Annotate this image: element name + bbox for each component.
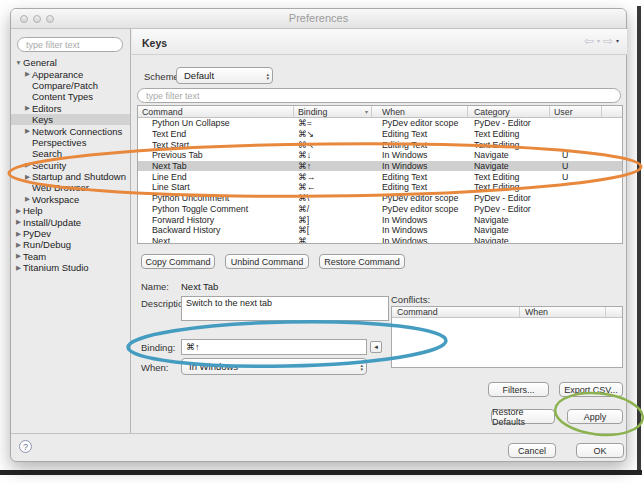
key-row-forward-history[interactable]: Forward History⌘]In WindowsNavigate [138, 214, 622, 225]
back-history-caret-icon[interactable]: ▾ [597, 38, 600, 44]
binding-input[interactable] [181, 339, 367, 355]
sidebar-item-appearance[interactable]: ▶Appearance [11, 68, 130, 79]
key-row-backward-history[interactable]: Backward History⌘[In WindowsNavigate [138, 225, 622, 236]
cell-bind: ⌘↘ [294, 129, 372, 139]
forward-icon[interactable]: ⇨ [603, 35, 613, 47]
cell-bind: ⌘← [294, 182, 372, 192]
cell-user: U [550, 150, 602, 160]
cell-cat: Navigate [468, 161, 550, 171]
sidebar-item-perspectives[interactable]: Perspectives [11, 137, 130, 148]
restore-command-button[interactable]: Restore Command [319, 254, 405, 269]
conflicts-column-header-when[interactable]: When [520, 307, 606, 317]
cell-cmd: Python Un Collapse [138, 118, 294, 128]
when-value: In Windows [189, 361, 238, 372]
sidebar-item-general[interactable]: ▼General [11, 57, 130, 68]
sidebar-item-label: Network Connections [32, 126, 122, 137]
cell-cmd: Line Start [138, 182, 294, 192]
filters-button[interactable]: Filters... [488, 382, 549, 397]
question-mark-icon: ? [23, 442, 28, 452]
key-row-line-start[interactable]: Line Start⌘←Editing TextText Editing [138, 182, 622, 193]
back-icon[interactable]: ⇦ [584, 35, 594, 47]
cancel-button[interactable]: Cancel [508, 443, 556, 458]
expand-icon[interactable]: ▶ [23, 173, 32, 181]
sidebar-item-pydev[interactable]: ▶PyDev [11, 228, 130, 239]
cell-cmd: Text End [138, 129, 294, 139]
left-triangle-icon: ◂ [374, 343, 378, 351]
key-row-python-un-collapse[interactable]: Python Un Collapse⌘=PyDev editor scopePy… [138, 118, 622, 129]
scheme-dropdown[interactable]: Default ▴▾ [176, 67, 273, 84]
key-row-text-end[interactable]: Text End⌘↘Editing TextText Editing [138, 129, 622, 140]
cell-bind: ⌘↑ [294, 161, 372, 171]
sidebar-item-network-connections[interactable]: ▶Network Connections [11, 125, 130, 136]
sidebar-item-label: Team [23, 251, 46, 262]
sidebar-filter-input[interactable] [17, 37, 123, 52]
help-button[interactable]: ? [19, 440, 32, 453]
expand-icon[interactable]: ▶ [23, 195, 32, 203]
sidebar-item-security[interactable]: ▶Security [11, 160, 130, 171]
unbind-command-button[interactable]: Unbind Command [225, 254, 309, 269]
sidebar-item-keys[interactable]: Keys [11, 114, 130, 125]
sidebar-item-editors[interactable]: ▶Editors [11, 103, 130, 114]
conflicts-label: Conflicts: [391, 294, 430, 305]
key-row-previous-tab[interactable]: Previous Tab⌘↓In WindowsNavigateU [138, 150, 622, 161]
sidebar-item-team[interactable]: ▶Team [11, 251, 130, 262]
description-textarea[interactable]: Switch to the next tab [181, 296, 389, 321]
sidebar-item-label: Content Types [32, 91, 93, 102]
column-header-command[interactable]: Command [138, 106, 294, 117]
conflicts-column-header-command[interactable]: Command [392, 307, 520, 317]
expand-icon[interactable]: ▶ [14, 241, 23, 249]
cell-user: U [550, 172, 602, 182]
key-row-python-uncomment[interactable]: Python Uncomment⌘\PyDev editor scopePyDe… [138, 193, 622, 204]
sidebar-item-content-types[interactable]: Content Types [11, 91, 130, 102]
key-row-next[interactable]: Next⌘In WindowsNavigate [138, 236, 622, 244]
sidebar-item-workspace[interactable]: ▶Workspace [11, 194, 130, 205]
conflicts-table-header: CommandWhen [392, 307, 622, 318]
ok-button[interactable]: OK [576, 443, 624, 458]
keybindings-table-rows: Python Un Collapse⌘=PyDev editor scopePy… [138, 118, 622, 244]
sidebar-item-label: General [23, 57, 57, 68]
apply-button[interactable]: Apply [567, 409, 623, 424]
column-header-binding[interactable]: Binding▾ [294, 106, 372, 117]
restore-defaults-button[interactable]: Restore Defaults [491, 409, 555, 424]
title-bar[interactable]: Preferences [11, 9, 626, 29]
key-row-next-tab[interactable]: Next Tab⌘↑In WindowsNavigateU [138, 161, 622, 172]
sidebar-item-run-debug[interactable]: ▶Run/Debug [11, 239, 130, 250]
expand-icon[interactable]: ▶ [23, 127, 32, 135]
expand-icon[interactable]: ▶ [23, 104, 32, 112]
cell-when: Editing Text [372, 182, 468, 192]
expand-icon[interactable]: ▶ [14, 252, 23, 260]
collapse-icon[interactable]: ▼ [14, 59, 23, 66]
sidebar-item-search[interactable]: Search [11, 148, 130, 159]
copy-command-button[interactable]: Copy Command [141, 254, 215, 269]
export-csv-button[interactable]: Export CSV... [559, 382, 623, 397]
sidebar-item-titanium-studio[interactable]: ▶Titanium Studio [11, 262, 130, 273]
expand-icon[interactable]: ▶ [14, 230, 23, 238]
cell-cat: Text Editing [468, 172, 550, 182]
key-row-text-start[interactable]: Text Start⌘↖Editing TextText Editing [138, 139, 622, 150]
expand-icon[interactable]: ▶ [23, 161, 32, 169]
expand-icon[interactable]: ▶ [23, 70, 32, 78]
cell-when: Editing Text [372, 140, 468, 150]
command-filter-input[interactable] [137, 88, 621, 103]
sidebar-item-help[interactable]: ▶Help [11, 205, 130, 216]
sidebar-item-web-browser[interactable]: Web Browser [11, 182, 130, 193]
sidebar-item-compare-patch[interactable]: Compare/Patch [11, 80, 130, 91]
column-header-user[interactable]: User [550, 106, 602, 117]
binding-assist-button[interactable]: ◂ [370, 341, 382, 353]
sidebar-item-label: Startup and Shutdown [32, 171, 126, 182]
expand-icon[interactable]: ▶ [14, 207, 23, 215]
screenshot-canvas: Preferences ▼General▶AppearanceCompare/P… [0, 0, 644, 484]
cell-cat: Text Editing [468, 129, 550, 139]
key-row-line-end[interactable]: Line End⌘→Editing TextText EditingU [138, 171, 622, 182]
view-menu-caret-icon[interactable]: ▾ [616, 38, 619, 44]
key-row-python-toggle-comment[interactable]: Python Toggle Comment⌘/PyDev editor scop… [138, 204, 622, 215]
sidebar-item-startup-and-shutdown[interactable]: ▶Startup and Shutdown [11, 171, 130, 182]
column-header-when[interactable]: When [372, 106, 468, 117]
expand-icon[interactable]: ▶ [14, 218, 23, 226]
expand-icon[interactable]: ▶ [14, 264, 23, 272]
sidebar-item-label: Appearance [32, 69, 83, 80]
when-dropdown[interactable]: In Windows ▴▾ [181, 358, 367, 375]
sidebar-item-install-update[interactable]: ▶Install/Update [11, 216, 130, 227]
column-header-category[interactable]: Category [468, 106, 550, 117]
keybindings-table: CommandBinding▾WhenCategoryUser Python U… [137, 105, 623, 244]
